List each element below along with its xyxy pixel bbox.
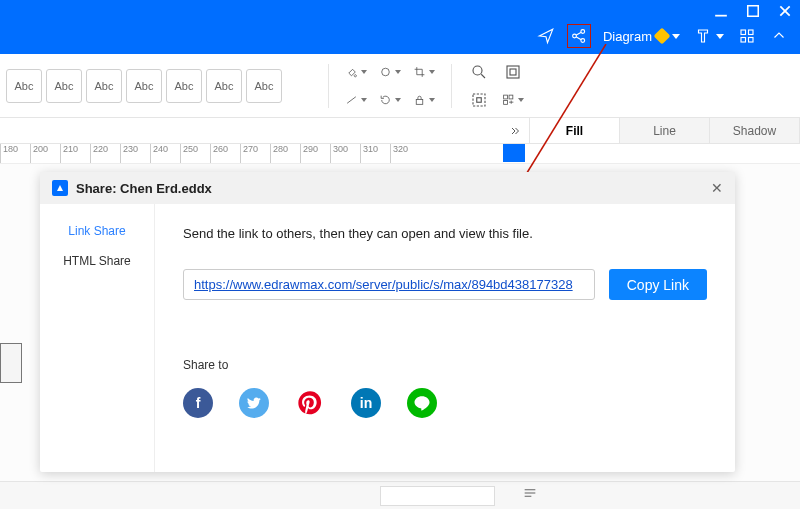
chevron-down-icon [672,34,680,39]
ruler-mark: 220 [90,144,120,163]
facebook-icon[interactable]: f [183,388,213,418]
svg-rect-23 [504,100,508,104]
svg-point-15 [473,66,482,75]
svg-rect-19 [507,66,519,78]
ruler-mark: 270 [240,144,270,163]
diagram-label: Diagram [603,29,652,44]
chevron-down-icon [716,34,724,39]
svg-rect-10 [749,30,754,35]
dialog-header: Share: Chen Erd.eddx ✕ [40,172,735,204]
text-style-group: Abc Abc Abc Abc Abc Abc Abc [6,69,282,103]
fit-page-button[interactable] [502,61,524,83]
collapse-ribbon-button[interactable] [768,24,790,48]
ruler-mark: 180 [0,144,30,163]
pinterest-icon[interactable] [295,388,325,418]
text-style-preset[interactable]: Abc [46,69,82,103]
panel-tabs: Fill Line Shadow [0,118,800,144]
top-toolbar: Diagram [535,24,790,48]
text-style-preset[interactable]: Abc [126,69,162,103]
svg-point-6 [581,39,585,43]
svg-rect-14 [416,99,423,104]
tab-line[interactable]: Line [620,118,710,143]
close-button[interactable] [778,4,792,18]
text-style-preset[interactable]: Abc [166,69,202,103]
line-style-button[interactable] [345,89,367,111]
text-style-preset[interactable]: Abc [246,69,282,103]
svg-rect-9 [741,30,746,35]
theme-menu[interactable] [692,24,726,48]
ruler-mark: 300 [330,144,360,163]
dialog-main: Send the link to others, then they can o… [155,204,735,472]
fill-color-button[interactable] [345,61,367,83]
text-style-preset[interactable]: Abc [6,69,42,103]
app-logo-icon [52,180,68,196]
lock-button[interactable] [413,89,435,111]
text-style-preset[interactable]: Abc [206,69,242,103]
share-to-label: Share to [183,358,707,372]
ruler-mark: 250 [180,144,210,163]
svg-rect-20 [510,69,516,75]
share-dialog: Share: Chen Erd.eddx ✕ Link Share HTML S… [40,172,735,472]
sidebar-item-html-share[interactable]: HTML Share [63,254,131,268]
rotate-button[interactable] [379,89,401,111]
svg-rect-1 [748,6,759,17]
expand-panel-button[interactable] [500,118,530,143]
ruler-mark: 290 [300,144,330,163]
linkedin-icon[interactable]: in [351,388,381,418]
dialog-description: Send the link to others, then they can o… [183,226,707,241]
svg-point-5 [581,30,585,34]
apps-menu[interactable] [736,24,758,48]
send-button[interactable] [535,24,557,48]
svg-rect-21 [504,95,508,99]
tab-shadow[interactable]: Shadow [710,118,800,143]
svg-rect-12 [749,38,754,43]
dialog-close-button[interactable]: ✕ [711,180,723,196]
ribbon-toolbar: Abc Abc Abc Abc Abc Abc Abc [0,54,800,118]
svg-line-8 [576,37,581,40]
maximize-button[interactable] [746,4,760,18]
copy-link-button[interactable]: Copy Link [609,269,707,300]
share-url-input[interactable]: https://www.edrawmax.com/server/public/s… [183,269,595,300]
crop-button[interactable] [413,61,435,83]
svg-rect-22 [509,95,513,99]
ruler-mark: 280 [270,144,300,163]
page-tab[interactable] [380,486,495,506]
page-options-icon[interactable] [522,485,538,505]
diagram-menu[interactable]: Diagram [601,24,682,48]
ruler-mark: 200 [30,144,60,163]
ruler-mark: 210 [60,144,90,163]
share-button[interactable] [567,24,591,48]
ruler-mark: 320 [390,144,420,163]
ruler-mark: 230 [120,144,150,163]
title-bar: Diagram [0,0,800,54]
svg-rect-17 [473,94,485,106]
minimize-button[interactable] [714,4,728,18]
arrange-button[interactable] [502,89,524,111]
diamond-icon [654,28,671,45]
svg-line-16 [481,74,485,78]
svg-rect-11 [741,38,746,43]
ruler-mark: 240 [150,144,180,163]
line-icon[interactable] [407,388,437,418]
ruler-mark: 310 [360,144,390,163]
zoom-button[interactable] [468,61,490,83]
horizontal-ruler: 180 200 210 220 230 240 250 260 270 280 … [0,144,800,164]
separator [451,64,452,108]
dialog-sidebar: Link Share HTML Share [40,204,155,472]
social-share-row: f in [183,388,707,418]
window-controls [714,4,792,18]
diagram-shape[interactable] [0,343,22,383]
sidebar-item-link-share[interactable]: Link Share [68,224,125,238]
tab-fill[interactable]: Fill [530,118,620,143]
svg-line-7 [576,32,581,35]
svg-point-13 [382,68,390,76]
select-all-button[interactable] [468,89,490,111]
shape-button[interactable] [379,61,401,83]
separator [328,64,329,108]
ruler-mark: 260 [210,144,240,163]
dialog-title: Share: Chen Erd.eddx [76,181,212,196]
text-style-preset[interactable]: Abc [86,69,122,103]
panel-indicator [503,144,525,162]
svg-point-4 [573,34,577,38]
twitter-icon[interactable] [239,388,269,418]
